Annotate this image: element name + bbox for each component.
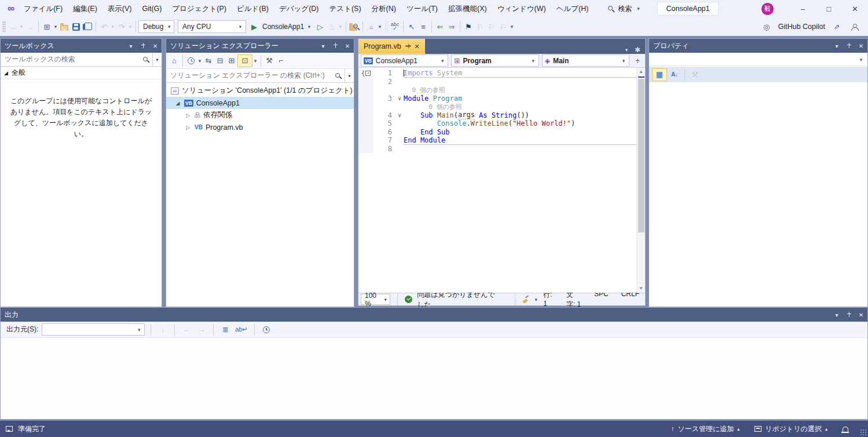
redo-dropdown[interactable]: ▾ <box>127 24 133 30</box>
fold-open-icon[interactable]: ∨ <box>395 112 404 118</box>
scroll-up-icon[interactable]: ▲ <box>639 68 643 76</box>
clear-all-icon[interactable]: ≣ <box>219 323 231 336</box>
vertical-scrollbar[interactable]: ▲ ▼ <box>636 68 645 293</box>
window-position-dropdown[interactable]: ▾ <box>833 312 841 318</box>
tab-list-dropdown[interactable]: ▾ <box>624 47 629 53</box>
code-line-1[interactable]: {↗1Imports System <box>358 69 636 78</box>
preview-code-icon[interactable]: ⌐ <box>275 54 287 67</box>
menu-item-9[interactable]: 分析(N) <box>367 0 401 17</box>
open-folder-button[interactable] <box>58 20 70 33</box>
toolbox-caption[interactable]: ツールボックス ▾ ✕ <box>1 39 162 53</box>
start-without-debugging-button[interactable]: ▷ <box>314 20 326 33</box>
search-options-dropdown[interactable]: ▾ <box>152 53 162 66</box>
code-line-2[interactable]: 2 <box>358 78 636 86</box>
code-lines[interactable]: {↗1Imports System2 0 個の参照3∨Module Progra… <box>358 68 636 293</box>
close-icon[interactable]: ✕ <box>415 43 420 50</box>
menu-item-4[interactable]: Git(G) <box>137 0 167 17</box>
previous-message-icon[interactable]: ← <box>181 323 192 336</box>
timestamp-clock-icon[interactable] <box>261 323 272 336</box>
codelens-row[interactable]: 0 個の参照 <box>358 103 636 111</box>
collapse-all-icon[interactable]: ⊟ <box>214 54 226 67</box>
send-feedback-icon[interactable] <box>848 20 860 33</box>
code-text[interactable]: Imports System <box>404 69 636 78</box>
quick-actions-icon[interactable]: {↗ <box>358 69 373 78</box>
tree-row-program-vb[interactable]: ▷ VB Program.vb <box>166 121 354 133</box>
sync-with-active-document-toggle[interactable]: ⊡ <box>237 54 252 67</box>
window-position-dropdown[interactable]: ▾ <box>319 43 327 49</box>
save-all-button[interactable] <box>82 20 93 33</box>
editor-options-gear-icon[interactable]: ✱ <box>635 46 640 54</box>
minimize-button[interactable]: – <box>790 0 816 17</box>
github-copilot-label[interactable]: GitHub Copilot <box>778 23 825 31</box>
menu-item-11[interactable]: 拡張機能(X) <box>443 0 492 17</box>
code-line-7[interactable]: 7End Module <box>358 136 636 145</box>
search-control[interactable]: 検索 ▾ <box>602 2 647 16</box>
resize-grip[interactable] <box>860 429 867 436</box>
hot-reload-dropdown[interactable]: ▾ <box>338 24 343 30</box>
search-options-dropdown[interactable]: ▾ <box>345 69 354 82</box>
menu-item-10[interactable]: ツール(T) <box>401 0 443 17</box>
scrollbar-thumb[interactable] <box>638 79 644 232</box>
navigate-forward-button[interactable]: → <box>24 20 36 33</box>
toolbox-section-general[interactable]: ◢ 全般 <box>1 67 162 79</box>
output-source-combobox[interactable]: ▾ <box>42 323 145 336</box>
code-text[interactable]: End Module <box>404 136 636 145</box>
maximize-button[interactable]: □ <box>816 0 842 17</box>
clear-bookmarks-button[interactable]: ⚐ <box>497 20 509 33</box>
navigate-back-dropdown[interactable]: ▾ <box>19 24 24 30</box>
code-line-8[interactable]: 8 <box>358 145 636 154</box>
navigate-back-button[interactable]: ← <box>7 20 19 33</box>
pin-icon[interactable] <box>405 42 411 50</box>
pin-icon[interactable] <box>845 312 853 318</box>
solution-explorer-search-input[interactable]: ソリューション エクスプローラー の検索 (Ctrl+:) ▾ <box>166 69 354 83</box>
code-text[interactable]: Module Program <box>404 94 636 103</box>
code-editor[interactable]: {↗1Imports System2 0 個の参照3∨Module Progra… <box>358 68 645 293</box>
start-debugging-button[interactable]: ▶ ConsoleApp1 ▾ <box>246 20 314 33</box>
add-to-source-control-button[interactable]: ↑ ソース管理に追加 ▴ <box>671 424 739 434</box>
code-text[interactable]: Console.WriteLine("Hello World!") <box>404 119 636 128</box>
code-cleanup-broom-icon[interactable] <box>522 296 529 303</box>
pending-changes-filter-icon[interactable] <box>185 54 197 67</box>
property-pages-wrench-icon[interactable]: ⚒ <box>689 68 701 81</box>
new-project-dropdown[interactable]: ▾ <box>53 24 58 30</box>
spell-check-button[interactable]: abc ✓ <box>389 20 401 33</box>
hot-reload-button[interactable]: ♨ <box>326 20 338 33</box>
find-in-files-button[interactable] <box>349 20 360 33</box>
new-project-button[interactable]: ⊞ <box>41 20 53 33</box>
close-icon[interactable]: ✕ <box>857 43 865 49</box>
fold-open-icon[interactable]: ∨ <box>395 95 404 101</box>
redo-button[interactable]: ↷ <box>116 20 127 33</box>
expanded-icon[interactable]: ◢ <box>174 100 181 106</box>
code-text[interactable]: 0 個の参照 <box>404 103 636 111</box>
word-wrap-icon[interactable]: ab↵ <box>235 323 248 336</box>
goto-message-icon[interactable]: ↓ <box>157 323 169 336</box>
user-avatar[interactable]: 毅 <box>761 3 774 15</box>
menu-item-3[interactable]: 表示(V) <box>102 0 137 17</box>
save-button[interactable] <box>70 20 82 33</box>
categorized-toggle[interactable]: ▦ <box>652 68 667 81</box>
solution-configuration-combobox[interactable]: Debug ▾ <box>138 20 174 33</box>
window-position-dropdown[interactable]: ▾ <box>127 43 135 49</box>
zoom-combobox[interactable]: 100 % ▾ <box>361 294 390 305</box>
solution-explorer-caption[interactable]: ソリューション エクスプローラー ▾ ✕ <box>166 39 354 53</box>
pin-icon[interactable] <box>331 43 339 49</box>
code-text[interactable]: Sub Main(args As String()) <box>404 111 636 120</box>
output-content[interactable] <box>1 338 867 419</box>
menu-item-13[interactable]: ヘルプ(H) <box>551 0 594 17</box>
object-selector-combobox[interactable]: ▾ <box>650 53 867 66</box>
undo-button[interactable]: ↶ <box>98 20 110 33</box>
toolbar-grip[interactable] <box>384 21 387 32</box>
tree-row-solution[interactable]: ∞ ソリューション 'ConsoleApp1' (1/1 のプロジェクト) <box>166 85 354 97</box>
code-text[interactable]: 0 個の参照 <box>404 86 636 94</box>
close-icon[interactable]: ✕ <box>857 312 865 318</box>
track-item-dropdown[interactable]: ▾ <box>252 58 258 64</box>
bookmark-overflow-dropdown[interactable]: ▾ <box>509 24 515 30</box>
increase-indent-button[interactable]: ⇒ <box>446 20 457 33</box>
close-button[interactable]: ✕ <box>842 0 868 17</box>
menu-item-8[interactable]: テスト(S) <box>324 0 367 17</box>
toolbar-overflow-dropdown[interactable]: ▾ <box>377 24 383 30</box>
output-caption[interactable]: 出力 ▾ ✕ <box>1 308 867 322</box>
pin-icon[interactable] <box>845 43 853 49</box>
menu-item-2[interactable]: 編集(E) <box>68 0 102 17</box>
tree-row-project[interactable]: ◢ VB ConsoleApp1 <box>166 97 354 109</box>
